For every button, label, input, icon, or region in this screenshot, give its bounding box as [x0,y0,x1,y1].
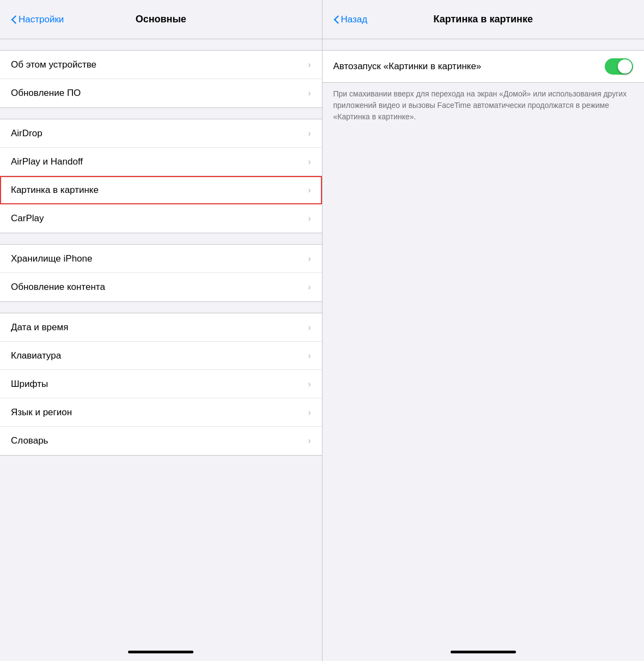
right-back-label: Назад [341,14,368,25]
list-item-software[interactable]: Обновление ПО › [0,79,322,107]
list-item-pip[interactable]: Картинка в картинке › [0,176,322,204]
pip-back-button[interactable]: Назад [333,14,368,25]
list-item-airplay[interactable]: AirPlay и Handoff › [0,148,322,176]
home-bar [128,651,193,653]
toggle-knob [618,59,632,74]
list-item-keyboard[interactable]: Клавиатура › [0,342,322,370]
list-item-datetime[interactable]: Дата и время › [0,313,322,342]
chevron-icon: › [308,157,311,167]
chevron-icon: › [308,379,311,389]
chevron-icon: › [308,408,311,417]
home-bar-right [451,651,516,653]
chevron-icon: › [308,351,311,361]
chevron-icon: › [308,436,311,446]
chevron-icon: › [308,254,311,264]
chevron-icon: › [308,214,311,223]
chevron-icon: › [308,129,311,138]
chevron-icon: › [308,60,311,70]
list-item-airdrop[interactable]: AirDrop › [0,119,322,148]
left-header: Настройки Основные [0,0,322,39]
left-content: Об этом устройстве › Обновление ПО › Air… [0,39,322,642]
pip-autostart-label: Автозапуск «Картинки в картинке» [333,61,482,72]
list-group-2: AirDrop › AirPlay и Handoff › Картинка в… [0,119,322,233]
pip-description: При смахивании вверх для перехода на экр… [323,83,645,134]
right-panel-title: Картинка в картинке [434,14,533,25]
chevron-left-icon [333,15,339,24]
right-panel: Назад Картинка в картинке Автозапуск «Ка… [323,0,645,661]
chevron-icon: › [308,88,311,98]
pip-autostart-row: Автозапуск «Картинки в картинке» [323,50,645,83]
chevron-left-icon [11,15,16,24]
list-item-content-update[interactable]: Обновление контента › [0,273,322,301]
list-group-4: Дата и время › Клавиатура › Шрифты › Язы… [0,313,322,456]
settings-back-button[interactable]: Настройки [11,14,64,25]
list-item-fonts[interactable]: Шрифты › [0,370,322,398]
left-panel: Настройки Основные Об этом устройстве › … [0,0,322,661]
list-item-device[interactable]: Об этом устройстве › [0,51,322,79]
chevron-icon: › [308,185,311,195]
list-group-3: Хранилище iPhone › Обновление контента › [0,244,322,302]
list-item-carplay[interactable]: CarPlay › [0,204,322,233]
right-home-indicator [323,642,645,661]
chevron-icon: › [308,282,311,292]
left-panel-title: Основные [136,14,186,25]
chevron-icon: › [308,323,311,332]
pip-autostart-toggle[interactable] [605,58,633,75]
list-item-storage[interactable]: Хранилище iPhone › [0,245,322,273]
right-content: Автозапуск «Картинки в картинке» При сма… [323,39,645,642]
list-group-1: Об этом устройстве › Обновление ПО › [0,50,322,108]
list-item-dictionary[interactable]: Словарь › [0,427,322,455]
left-home-indicator [0,642,322,661]
back-label: Настройки [19,14,64,25]
right-header: Назад Картинка в картинке [323,0,645,39]
list-item-language[interactable]: Язык и регион › [0,398,322,427]
